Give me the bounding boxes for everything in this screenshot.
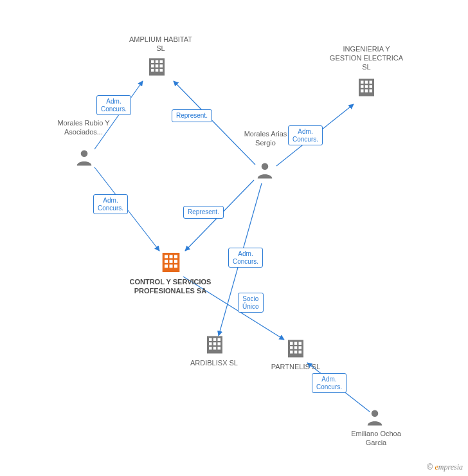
svg-rect-25	[361, 89, 364, 93]
svg-rect-41	[209, 338, 212, 342]
svg-rect-43	[218, 338, 221, 342]
building-icon	[145, 55, 168, 78]
node-label-partnelis: PARTNELIS SL	[260, 363, 331, 372]
svg-point-28	[81, 151, 88, 158]
svg-point-29	[262, 163, 269, 170]
svg-rect-31	[165, 255, 168, 258]
svg-rect-48	[213, 347, 217, 350]
svg-rect-10	[156, 60, 159, 64]
person-icon	[365, 408, 384, 427]
svg-rect-9	[151, 60, 154, 64]
edge-label-represent: Represent.	[183, 206, 224, 219]
svg-rect-17	[160, 69, 163, 72]
edge-label-adm-concurs: Adm. Concurs.	[228, 248, 263, 268]
brand-rest: mpresia	[438, 462, 463, 471]
node-label-amplium: AMPLIUM HABITAT SL	[125, 35, 196, 53]
svg-rect-35	[170, 260, 173, 263]
svg-rect-56	[299, 346, 302, 349]
svg-rect-55	[294, 346, 298, 349]
svg-rect-26	[365, 89, 368, 93]
svg-rect-45	[213, 342, 217, 345]
building-icon	[203, 333, 226, 356]
svg-rect-37	[165, 264, 168, 268]
svg-rect-14	[160, 64, 163, 68]
svg-rect-15	[151, 69, 154, 72]
svg-rect-42	[213, 338, 217, 342]
svg-rect-44	[209, 342, 212, 345]
svg-rect-33	[174, 255, 177, 258]
node-label-emiliano: Emiliano Ochoa Garcia	[347, 430, 405, 448]
svg-rect-34	[165, 260, 168, 263]
svg-rect-24	[370, 85, 373, 88]
svg-rect-11	[160, 60, 163, 64]
svg-rect-16	[156, 69, 159, 72]
svg-rect-49	[218, 347, 221, 350]
edge-label-adm-concurs: Adm. Concurs.	[96, 95, 131, 115]
person-icon	[255, 161, 274, 180]
svg-rect-27	[370, 89, 373, 93]
svg-line-0	[94, 81, 143, 149]
svg-rect-54	[290, 346, 293, 349]
svg-rect-22	[361, 85, 364, 88]
svg-rect-53	[299, 342, 302, 345]
svg-rect-52	[294, 342, 298, 345]
svg-rect-57	[290, 351, 293, 354]
footer-brand: © empresia	[427, 462, 463, 472]
node-label-ardiblisx: ARDIBLISX SL	[179, 359, 249, 368]
svg-rect-58	[294, 351, 298, 354]
svg-line-1	[174, 81, 255, 165]
node-label-morales-rubio: Morales Rubio Y Asociados...	[51, 119, 116, 137]
svg-rect-21	[370, 81, 373, 84]
svg-rect-23	[365, 85, 368, 88]
svg-rect-36	[174, 260, 177, 263]
copyright-symbol: ©	[427, 462, 433, 471]
svg-rect-20	[365, 81, 368, 84]
svg-rect-13	[156, 64, 159, 68]
node-label-control: CONTROL Y SERVICIOS PROFESIONALES SA	[116, 278, 225, 296]
svg-rect-46	[218, 342, 221, 345]
node-label-ingenieria: INGENIERIA Y GESTION ELECTRICA SL	[328, 45, 405, 71]
building-icon	[355, 76, 378, 99]
building-icon-highlight	[158, 250, 184, 275]
edge-label-adm-concurs: Adm. Concurs.	[93, 194, 128, 214]
svg-rect-38	[170, 264, 173, 268]
node-label-morales-arias: Morales Arias Sergio	[237, 130, 294, 148]
svg-rect-47	[209, 347, 212, 350]
edge-label-socio-unico: Socio Único	[238, 293, 264, 313]
svg-rect-39	[174, 264, 177, 268]
svg-rect-12	[151, 64, 154, 68]
svg-rect-59	[299, 351, 302, 354]
building-icon	[284, 337, 307, 360]
edge-label-adm-concurs: Adm. Concurs.	[312, 373, 346, 393]
svg-rect-32	[170, 255, 173, 258]
svg-rect-51	[290, 342, 293, 345]
person-icon	[75, 148, 94, 167]
svg-rect-19	[361, 81, 364, 84]
edge-label-represent: Represent.	[172, 109, 212, 122]
diagram-stage: Adm. Concurs. Represent. Adm. Concurs. A…	[0, 0, 468, 476]
svg-point-60	[372, 410, 379, 417]
